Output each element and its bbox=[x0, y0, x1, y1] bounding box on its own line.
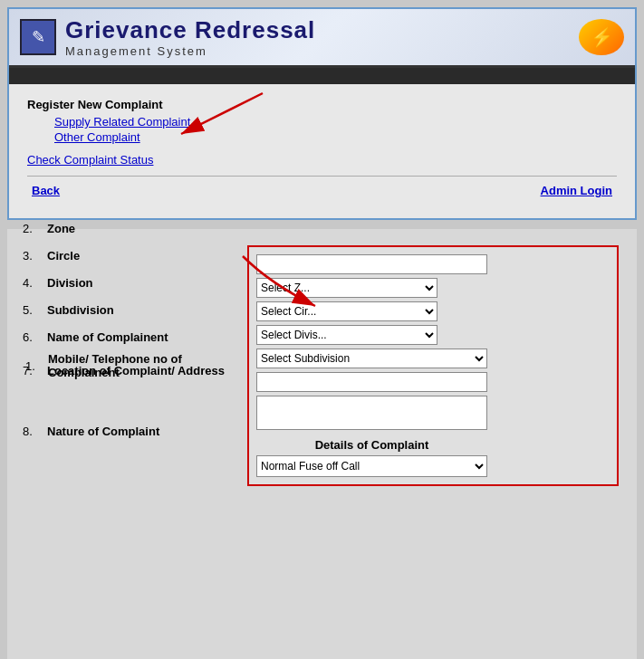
field-label-circle: Circle bbox=[47, 243, 246, 268]
row-num-8: 8. bbox=[23, 418, 45, 444]
dark-bar bbox=[9, 68, 635, 84]
label-row bbox=[23, 188, 246, 214]
row-num-7: 7. bbox=[23, 351, 45, 389]
label-row-6: 6. Name of Complainent bbox=[23, 324, 246, 349]
label-row-8: 8. Nature of Complaint bbox=[23, 418, 246, 444]
label-row-spacer bbox=[23, 391, 246, 416]
row-num-6: 6. bbox=[23, 324, 45, 349]
row-num bbox=[23, 188, 45, 214]
spacer-cell bbox=[23, 391, 246, 416]
label-row-2: 2. Zone bbox=[23, 215, 246, 241]
label-row-5: 5. Subdivision bbox=[23, 297, 246, 322]
label-row-4: 4. Division bbox=[23, 270, 246, 295]
row-num-5: 5. bbox=[23, 297, 45, 322]
field-label-zone: Zone bbox=[47, 215, 246, 241]
nature-select[interactable]: Normal Fuse off Call Other Complaint bbox=[256, 455, 487, 477]
nature-input-cell: Normal Fuse off Call Other Complaint bbox=[255, 454, 489, 479]
register-section: Register New Complaint Supply Related Co… bbox=[27, 98, 617, 144]
row-num-4: 4. bbox=[23, 270, 45, 295]
field-label-nature: Nature of Complaint bbox=[47, 418, 246, 444]
edit-icon: ✎ bbox=[20, 19, 56, 55]
form-panel: 1. Mobile/ Telephone no of Complainent bbox=[7, 229, 637, 659]
table-row bbox=[21, 489, 623, 494]
left-labels: 2. Zone 3. Circle 4. Division 5. Subdivi… bbox=[21, 186, 623, 445]
field-label-name: Name of Complainent bbox=[47, 324, 246, 349]
labels-table: 2. Zone 3. Circle 4. Division 5. Subdivi… bbox=[21, 186, 248, 445]
supply-complaint-link[interactable]: Supply Related Complaint bbox=[54, 115, 617, 129]
label-row-7: 7. Location of Complaint/ Address bbox=[23, 351, 246, 389]
header-left: ✎ Grievance Redressal Management System bbox=[20, 16, 315, 58]
label-cell bbox=[47, 188, 246, 214]
row-num-2: 2. bbox=[23, 215, 45, 241]
other-complaint-link[interactable]: Other Complaint bbox=[54, 130, 617, 144]
header-title: Grievance Redressal Management System bbox=[65, 16, 315, 58]
main-title: Grievance Redressal bbox=[65, 16, 315, 44]
sub-title: Management System bbox=[65, 44, 315, 58]
check-complaint-status-link[interactable]: Check Complaint Status bbox=[27, 153, 617, 167]
row-num-3: 3. bbox=[23, 243, 45, 268]
sub-row-nature: Normal Fuse off Call Other Complaint bbox=[255, 454, 489, 479]
lightning-icon: ⚡ bbox=[579, 19, 624, 55]
header-bar: ✎ Grievance Redressal Management System … bbox=[9, 9, 635, 68]
register-label: Register New Complaint bbox=[27, 98, 617, 111]
field-label-division: Division bbox=[47, 270, 246, 295]
label-row-3: 3. Circle bbox=[23, 243, 246, 268]
field-label-location: Location of Complaint/ Address bbox=[47, 351, 246, 389]
field-label-subdivision: Subdivision bbox=[47, 297, 246, 322]
label-overlay bbox=[21, 489, 623, 494]
